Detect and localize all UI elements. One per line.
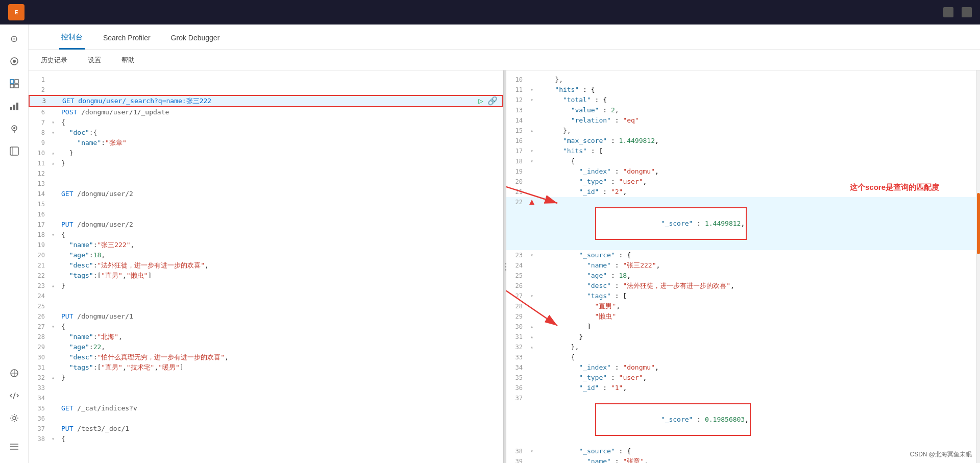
line-num-28: 28: [29, 332, 49, 342]
resp-line-15: 15 ▴ },: [506, 126, 980, 136]
line-content-9: "name":"张章": [57, 138, 503, 148]
resp-line-27: 27 ▾ "tags" : [: [506, 291, 980, 301]
resp-gutter-16: [527, 136, 537, 146]
resp-gutter-39: [527, 456, 537, 463]
tab-search-profiler[interactable]: Search Profiler: [101, 28, 153, 50]
sidebar-icon-settings[interactable]: [4, 408, 24, 428]
resp-content-18: {: [537, 156, 980, 166]
editor-line-13: 13: [29, 179, 503, 189]
resp-gutter-26: [527, 281, 537, 291]
resp-line-25: 25 "age" : 18,: [506, 271, 980, 281]
top-bar: E: [0, 0, 980, 25]
sidebar-icon-collapse[interactable]: [4, 436, 24, 457]
tab-console[interactable]: 控制台: [59, 27, 85, 50]
line-num-23: 23: [29, 281, 49, 291]
resp-line-30: 30 ▴ ]: [506, 322, 980, 332]
line-gutter-11: ▴: [49, 158, 57, 168]
sidebar-icon-dev[interactable]: [4, 385, 24, 406]
resp-content-15: },: [537, 126, 980, 136]
sidebar-icon-canvas[interactable]: [4, 141, 24, 161]
resp-content-37: "_score" : 0.19856803,: [537, 393, 980, 446]
editor-line-19: 19 "name":"张三222",: [29, 240, 503, 250]
sidebar-icon-visualize[interactable]: [4, 96, 24, 116]
sidebar: ⊙: [0, 25, 29, 463]
line-num-17: 17: [29, 220, 49, 230]
resp-num-23: 23: [506, 250, 527, 260]
resp-line-22-score: 22 "_score" : 1.4499812,: [506, 197, 980, 250]
line-gutter-7: ▾: [49, 117, 57, 128]
line-num-37: 37: [29, 424, 49, 434]
line-content-17: PUT /dongmu/user/2: [57, 220, 503, 230]
resp-num-34: 34: [506, 362, 527, 373]
resp-content-21: "_id" : "2",: [537, 187, 980, 197]
resp-gutter-33: [527, 352, 537, 362]
line-content-30: "desc":"怕什么真理无穷，进一步有进一步的欢喜",: [57, 352, 503, 362]
right-scrollbar[interactable]: [976, 70, 980, 463]
line-content-7: {: [57, 117, 503, 128]
minimize-icon[interactable]: [943, 7, 953, 17]
editor-line-23: 23 ▴ }: [29, 281, 503, 291]
tab-grok-debugger[interactable]: Grok Debugger: [169, 28, 222, 50]
line-num-18: 18: [29, 230, 49, 240]
resp-line-23: 23 ▾ "_source" : {: [506, 250, 980, 260]
resp-line-16: 16 "max_score" : 1.4499812,: [506, 136, 980, 146]
svg-rect-9: [13, 105, 15, 110]
subtoolbar-history[interactable]: 历史记录: [37, 54, 71, 67]
main-layout: ⊙: [0, 25, 980, 463]
subtoolbar-help[interactable]: 帮助: [117, 54, 139, 67]
line-num-24: 24: [29, 291, 49, 301]
sidebar-icon-discover[interactable]: [4, 51, 24, 71]
line-num-38: 38: [29, 434, 49, 444]
line-content-8: "doc":{: [57, 128, 503, 138]
resp-content-20: "_type" : "user",: [537, 177, 980, 187]
resp-num-13: 13: [506, 105, 527, 115]
svg-point-3: [13, 60, 16, 63]
line-num-14: 14: [29, 189, 49, 199]
sidebar-icon-home[interactable]: ⊙: [4, 29, 24, 49]
response-content[interactable]: 10 }, 11 ▾ "hits" : { 12 ▾: [506, 70, 980, 463]
line-content-28: "name":"北海",: [57, 332, 503, 342]
svg-marker-24: [529, 200, 534, 205]
line-content-29: "age":22,: [57, 342, 503, 352]
resp-num-25: 25: [506, 271, 527, 281]
resp-content-22: "_score" : 1.4499812,: [537, 197, 980, 250]
resp-gutter-30: ▴: [527, 322, 537, 332]
editor-line-10: 10 ▴ }: [29, 148, 503, 158]
subtoolbar-settings[interactable]: 设置: [84, 54, 105, 67]
editor-line-21: 21 "desc":"法外狂徒，进一步有进一步的欢喜",: [29, 260, 503, 271]
editor-content[interactable]: 1 2 3 GET dongmu/user/_search?q: [29, 70, 503, 463]
svg-rect-7: [15, 84, 18, 88]
line-num-25: 25: [29, 301, 49, 311]
editor-line-15: 15: [29, 199, 503, 209]
resp-num-28: 28: [506, 301, 527, 311]
sidebar-icon-ml[interactable]: [4, 363, 24, 383]
line-num-15: 15: [29, 199, 49, 209]
svg-rect-4: [10, 80, 14, 83]
nav-tabs: 控制台 Search Profiler Grok Debugger: [29, 25, 980, 50]
resp-content-34: "_index" : "dongmu",: [537, 362, 980, 373]
response-panel: 10 }, 11 ▾ "hits" : { 12 ▾: [506, 70, 980, 463]
line-num-13: 13: [29, 179, 49, 189]
resp-line-21: 21 "_id" : "2",: [506, 187, 980, 197]
resp-line-31: 31 ▴ }: [506, 332, 980, 342]
sidebar-icon-dashboard[interactable]: [4, 74, 24, 94]
line-num-33: 33: [29, 383, 49, 393]
svg-point-12: [13, 127, 15, 129]
line-content-19: "name":"张三222",: [57, 240, 503, 250]
sidebar-icon-maps[interactable]: [4, 118, 24, 139]
resp-num-10: 10: [506, 75, 527, 85]
scrollbar-thumb: [977, 193, 980, 254]
line-num-36: 36: [29, 413, 49, 424]
resp-gutter-19: [527, 166, 537, 177]
line-num-12: 12: [29, 168, 49, 179]
editor-line-32: 32 ▴ }: [29, 373, 503, 383]
editor-line-29: 29 "age":22,: [29, 342, 503, 352]
link-icon[interactable]: 🔗: [487, 96, 498, 106]
line-content-21: "desc":"法外狂徒，进一步有进一步的欢喜",: [57, 260, 503, 271]
editor-line-27: 27 ▾ {: [29, 322, 503, 332]
maximize-icon[interactable]: [962, 7, 972, 17]
resp-line-13: 13 "value" : 2,: [506, 105, 980, 115]
resp-line-26: 26 "desc" : "法外狂徒，进一步有进一步的欢喜",: [506, 281, 980, 291]
run-icon[interactable]: ▷: [478, 96, 483, 106]
editor-line-25: 25: [29, 301, 503, 311]
